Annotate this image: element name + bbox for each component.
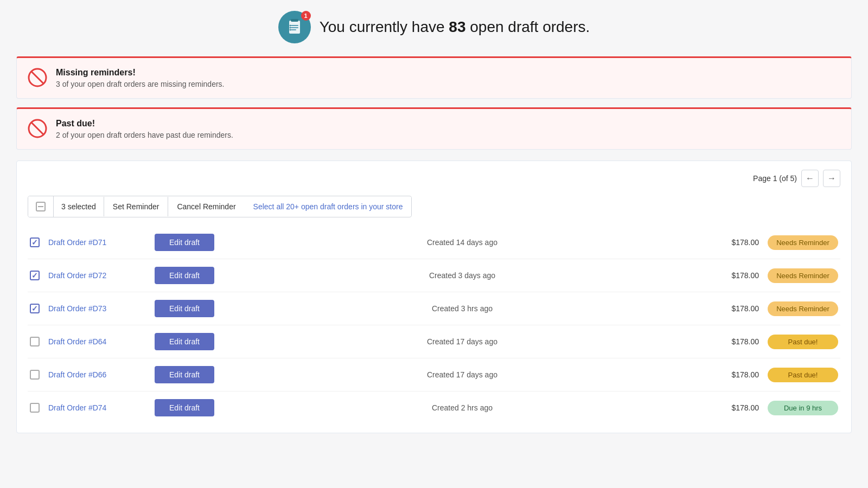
edit-draft-button[interactable]: Edit draft <box>155 234 214 251</box>
cancel-reminder-button[interactable]: Cancel Reminder <box>168 197 244 216</box>
edit-draft-button[interactable]: Edit draft <box>155 267 214 284</box>
edit-draft-button[interactable]: Edit draft <box>155 366 214 383</box>
status-badge: Needs Reminder <box>768 301 838 316</box>
order-checkbox[interactable] <box>30 403 40 413</box>
svg-line-11 <box>32 123 43 134</box>
no-ban-icon <box>28 68 47 87</box>
select-all-checkbox[interactable] <box>28 196 54 217</box>
pagination-text: Page 1 (of 5) <box>753 174 797 183</box>
edit-draft-button[interactable]: Edit draft <box>155 300 214 317</box>
checklist-icon <box>285 18 304 36</box>
order-checkbox[interactable]: ✓ <box>30 237 40 247</box>
order-checkbox[interactable]: ✓ <box>30 304 40 313</box>
order-name-link[interactable]: Draft Order #D71 <box>48 238 146 247</box>
order-name-link[interactable]: Draft Order #D74 <box>48 403 146 412</box>
alert-missing-reminders: Missing reminders! 3 of your open draft … <box>16 56 852 99</box>
svg-rect-1 <box>291 19 298 22</box>
pagination-row: Page 1 (of 5) ← → <box>28 170 840 187</box>
page-header: 1 You currently have 83 open draft order… <box>16 11 852 43</box>
selected-count-label: 3 selected <box>54 197 104 216</box>
select-all-link[interactable]: Select all 20+ open draft orders in your… <box>245 197 412 216</box>
app-icon-circle: 1 <box>278 11 311 43</box>
table-row: ✓ Draft Order #D72 Edit draft Created 3 … <box>28 259 840 292</box>
order-created-date: Created 3 hrs ago <box>223 304 701 313</box>
order-created-date: Created 2 hrs ago <box>223 403 701 412</box>
order-checkbox[interactable]: ✓ <box>30 271 40 280</box>
edit-draft-button[interactable]: Edit draft <box>155 333 214 350</box>
svg-point-6 <box>289 27 291 29</box>
status-badge: Needs Reminder <box>768 235 838 250</box>
svg-point-5 <box>289 25 291 27</box>
order-checkbox[interactable] <box>30 337 40 346</box>
svg-point-7 <box>289 29 291 31</box>
order-name-link[interactable]: Draft Order #D72 <box>48 271 146 280</box>
status-badge: Needs Reminder <box>768 268 838 283</box>
alert-description: 3 of your open draft orders are missing … <box>56 80 224 88</box>
header-title-count: 83 <box>449 18 465 35</box>
table-row: ✓ Draft Order #D73 Edit draft Created 3 … <box>28 292 840 325</box>
order-amount: $178.00 <box>710 403 759 412</box>
prev-page-button[interactable]: ← <box>801 170 819 187</box>
order-name-link[interactable]: Draft Order #D64 <box>48 337 146 346</box>
alert-content: Missing reminders! 3 of your open draft … <box>56 68 224 88</box>
order-amount: $178.00 <box>710 238 759 247</box>
order-amount: $178.00 <box>710 337 759 346</box>
alert-title: Past due! <box>56 119 233 129</box>
notification-badge: 1 <box>301 11 311 21</box>
alert-past-due: Past due! 2 of your open draft orders ha… <box>16 107 852 150</box>
status-badge: Past due! <box>768 335 838 349</box>
order-created-date: Created 17 days ago <box>223 337 701 346</box>
indeterminate-checkbox-icon <box>36 202 46 211</box>
alert-title: Missing reminders! <box>56 68 224 78</box>
order-created-date: Created 17 days ago <box>223 370 701 379</box>
no-ban-icon <box>28 119 47 138</box>
order-amount: $178.00 <box>710 304 759 313</box>
header-title: You currently have 83 open draft orders. <box>320 18 590 36</box>
order-created-date: Created 14 days ago <box>223 238 701 247</box>
order-name-link[interactable]: Draft Order #D66 <box>48 370 146 379</box>
status-badge: Past due! <box>768 368 838 382</box>
next-page-button[interactable]: → <box>823 170 840 187</box>
header-title-suffix: open draft orders. <box>466 18 590 35</box>
svg-line-9 <box>32 72 43 83</box>
alert-content: Past due! 2 of your open draft orders ha… <box>56 119 233 139</box>
table-row: Draft Order #D74 Edit draft Created 2 hr… <box>28 391 840 424</box>
table-row: Draft Order #D64 Edit draft Created 17 d… <box>28 325 840 358</box>
edit-draft-button[interactable]: Edit draft <box>155 399 214 416</box>
status-badge: Due in 9 hrs <box>768 401 838 415</box>
order-amount: $178.00 <box>710 370 759 379</box>
set-reminder-button[interactable]: Set Reminder <box>104 197 169 216</box>
order-checkbox[interactable] <box>30 370 40 380</box>
bulk-action-toolbar: 3 selected Set Reminder Cancel Reminder … <box>28 196 412 217</box>
order-amount: $178.00 <box>710 271 759 280</box>
orders-table-card: Page 1 (of 5) ← → 3 selected Set Reminde… <box>16 160 852 433</box>
header-title-prefix: You currently have <box>320 18 449 35</box>
alerts-container: Missing reminders! 3 of your open draft … <box>16 56 852 150</box>
table-row: ✓ Draft Order #D71 Edit draft Created 14… <box>28 226 840 259</box>
table-row: Draft Order #D66 Edit draft Created 17 d… <box>28 358 840 391</box>
app-icon-container: 1 <box>278 11 311 43</box>
order-created-date: Created 3 days ago <box>223 271 701 280</box>
indeterminate-line <box>38 206 43 207</box>
order-name-link[interactable]: Draft Order #D73 <box>48 304 146 313</box>
alert-description: 2 of your open draft orders have past du… <box>56 131 233 139</box>
orders-list: ✓ Draft Order #D71 Edit draft Created 14… <box>28 226 840 424</box>
